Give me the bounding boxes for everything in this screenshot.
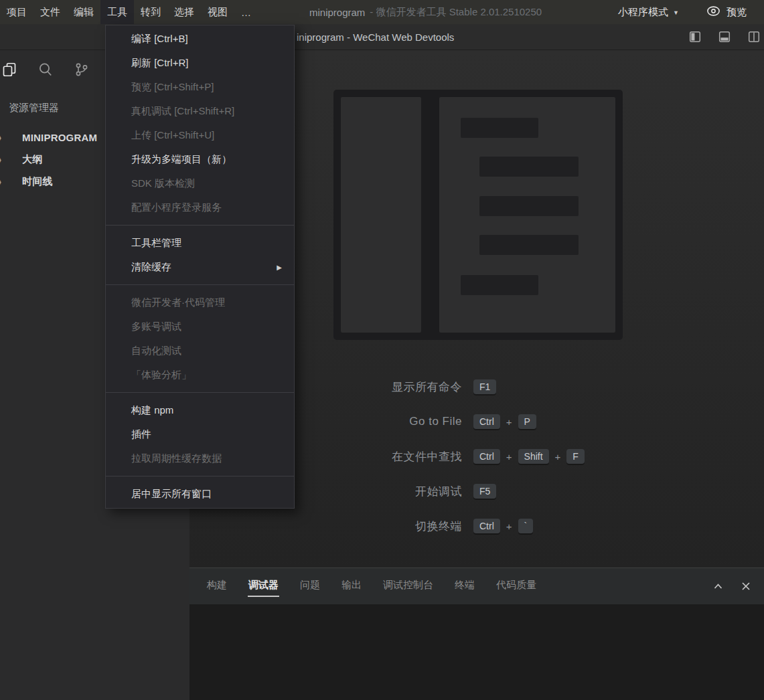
plus-separator: + [506,521,512,532]
menu-item-center-all-windows[interactable]: 居中显示所有窗口 [106,482,294,506]
menu-item-sdk-version-check: SDK 版本检测 [106,171,294,195]
sidebar-section-label: 时间线 [22,175,53,188]
menu-item-label: 编译 [Ctrl+B] [131,33,188,46]
menu-item-label: 真机调试 [Ctrl+Shift+R] [131,105,234,118]
key-cap: Ctrl [473,449,500,464]
menubar-item-tools[interactable]: 工具 [100,0,134,24]
skeleton-bar [479,196,579,216]
menu-item-label: 升级为多端项目（新） [131,153,232,166]
menu-item-refresh[interactable]: 刷新 [Ctrl+R] [106,51,294,75]
menu-item-label: 构建 npm [131,404,173,417]
panel-tabs: 构建调试器问题输出调试控制台终端代码质量 [206,576,557,597]
panel-close-button[interactable] [739,579,753,594]
menu-item-clear-cache[interactable]: 清除缓存▶ [106,255,294,279]
preview-button[interactable]: 预览 [706,5,747,19]
menu-item-label: 配置小程序登录服务 [131,201,222,214]
shortcut-keys: Ctrl+P [473,414,536,429]
panel-tab-build[interactable]: 构建 [206,576,228,597]
menu-item-label: 微信开发者·代码管理 [131,296,225,309]
key-cap: Shift [518,449,549,464]
toggle-primary-sidebar-icon[interactable] [688,29,702,44]
bottom-panel: 构建调试器问题输出调试控制台终端代码质量 [189,567,764,700]
search-icon[interactable] [37,62,54,78]
skeleton-bar [479,157,579,177]
menubar-item-goto[interactable]: 转到 [134,0,167,24]
panel-tab-code-quality[interactable]: 代码质量 [495,576,537,597]
menubar-right-controls: 小程序模式 ▼ 预览 [618,0,747,24]
menubar-item-selection[interactable]: 选择 [167,0,201,24]
menu-item-label: 上传 [Ctrl+Shift+U] [131,129,214,142]
toggle-secondary-sidebar-icon[interactable] [747,29,761,44]
shortcut-label: 切换终端 [189,519,462,534]
menu-item-label: 自动化测试 [131,345,181,357]
panel-tab-terminal[interactable]: 终端 [454,576,475,597]
sidebar-section-label: 大纲 [22,153,42,166]
menu-item-label: 居中显示所有窗口 [131,488,212,501]
panel-tab-output[interactable]: 输出 [341,576,362,597]
preview-label: 预览 [727,6,747,19]
menu-item-label: 刷新 [Ctrl+R] [131,57,188,70]
mode-switcher[interactable]: 小程序模式 ▼ [618,6,679,19]
source-control-icon[interactable] [74,62,90,78]
key-cap: Ctrl [473,414,500,429]
key-cap: Ctrl [473,519,500,533]
menu-item-label: 拉取周期性缓存数据 [131,452,222,465]
key-cap: F1 [473,379,496,394]
editor-watermark-graphic [333,90,623,340]
menubar-item-file[interactable]: 文件 [33,0,67,24]
mode-label: 小程序模式 [618,6,668,19]
menu-item-experience-analysis: 「体验分析」 [106,363,294,387]
plus-separator: + [555,451,561,462]
key-cap: F5 [473,484,496,499]
menu-divider [106,392,294,393]
menu-item-label: 多账号调试 [131,321,181,333]
shortcut-keys: F5 [473,484,496,499]
key-cap: ` [518,519,534,533]
menu-item-upgrade-multi-platform[interactable]: 升级为多端项目（新） [106,147,294,171]
menu-item-pull-periodic-cache: 拉取周期性缓存数据 [106,446,294,470]
skeleton-bar [461,275,538,295]
menu-item-label: 「体验分析」 [131,369,192,381]
menu-item-compile[interactable]: 编译 [Ctrl+B] [106,27,294,51]
menu-item-label: 清除缓存 [131,261,171,274]
toggle-panel-icon[interactable] [717,29,732,44]
panel-tab-debug-console[interactable]: 调试控制台 [382,576,434,597]
menu-item-automation-test: 自动化测试 [106,339,294,363]
menu-item-label: 工具栏管理 [131,237,181,250]
plus-separator: + [506,451,512,462]
menu-divider [106,284,294,285]
sidebar-section-label: MINIPROGRAM [22,132,97,143]
panel-tab-problems[interactable]: 问题 [299,576,321,597]
shortcut-keys: F1 [473,379,496,394]
menu-divider [106,476,294,476]
chevron-right-icon: ❯ [0,177,5,187]
menubar: 项目文件编辑工具转到选择视图… miniprogram - 微信开发者工具 St… [0,0,764,24]
plus-separator: + [506,416,512,428]
menu-item-configure-login-service: 配置小程序登录服务 [106,195,294,220]
skeleton-sidebar [341,97,421,333]
menubar-item-project[interactable]: 项目 [0,0,33,24]
menubar-item-edit[interactable]: 编辑 [67,0,100,24]
panel-content [189,604,764,700]
menu-item-label: 预览 [Ctrl+Shift+P] [131,81,214,94]
tools-menu: 编译 [Ctrl+B]刷新 [Ctrl+R]预览 [Ctrl+Shift+P]真… [105,25,295,509]
chevron-right-icon: ❯ [0,155,5,165]
submenu-arrow-icon: ▶ [277,264,282,271]
menu-item-preview: 预览 [Ctrl+Shift+P] [106,75,294,99]
panel-collapse-button[interactable] [710,579,725,594]
key-cap: P [518,414,536,429]
panel-actions [710,579,753,594]
files-icon[interactable] [1,62,17,78]
panel-tab-debugger[interactable]: 调试器 [248,576,279,597]
skeleton-bar [479,235,579,255]
menu-item-upload: 上传 [Ctrl+Shift+U] [106,123,294,147]
panel-tab-bar: 构建调试器问题输出调试控制台终端代码质量 [189,567,764,604]
skeleton-bar [461,118,538,138]
menu-divider [106,225,294,226]
skeleton-editor [439,97,615,333]
menu-item-plugins[interactable]: 插件 [106,422,294,446]
menubar-item-more[interactable]: … [234,0,258,24]
menubar-item-view[interactable]: 视图 [201,0,234,24]
menu-item-build-npm[interactable]: 构建 npm [106,398,294,422]
menu-item-toolbar-manage[interactable]: 工具栏管理 [106,231,294,255]
